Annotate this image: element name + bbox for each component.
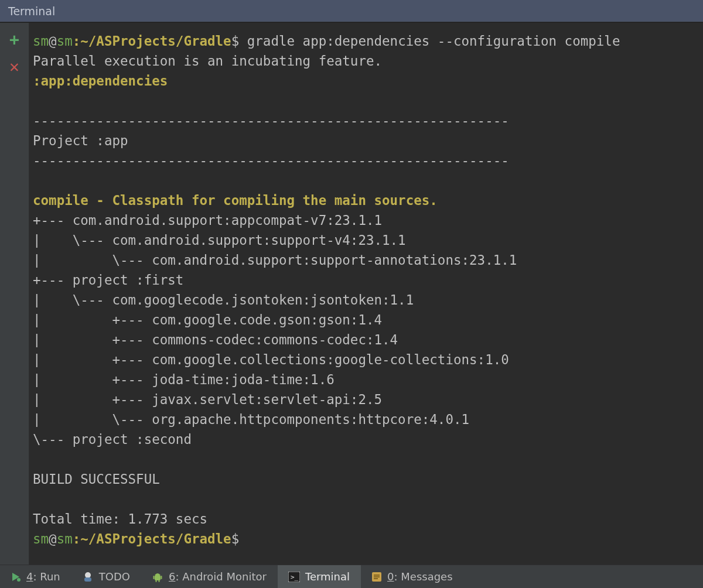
terminal-gutter: + ✕ xyxy=(0,23,29,565)
dep-line: +--- com.android.support:appcompat-v7:23… xyxy=(33,213,382,228)
tab-run-label: : Run xyxy=(33,570,60,583)
prompt-at: @ xyxy=(49,33,57,49)
svg-point-0 xyxy=(17,578,21,582)
tab-monitor-label: : Android Monitor xyxy=(175,570,267,583)
prompt-host2: sm xyxy=(57,531,73,546)
svg-rect-5 xyxy=(161,576,162,579)
terminal-panel: Terminal + ✕ sm@sm:~/ASProjects/Gradle$ … xyxy=(0,0,703,588)
command-text: gradle app:dependencies --configuration … xyxy=(239,33,620,49)
svg-text:>_: >_ xyxy=(291,573,299,581)
dep-line: | \--- org.apache.httpcomponents:httpcor… xyxy=(33,412,469,427)
prompt-user2: sm xyxy=(33,531,49,546)
bottom-tool-bar: 4: Run TODO 6: Android Monitor xyxy=(0,565,703,588)
prompt-colon: : xyxy=(73,33,81,49)
tab-run-key: 4 xyxy=(26,570,33,583)
svg-rect-7 xyxy=(158,580,159,582)
dep-line: | +--- commons-codec:commons-codec:1.4 xyxy=(33,332,398,347)
dep-line: +--- project :first xyxy=(33,272,183,288)
prompt-at2: @ xyxy=(49,531,57,546)
tab-terminal[interactable]: >_ Terminal xyxy=(278,565,361,588)
prompt-user: sm xyxy=(33,33,49,49)
prompt-host: sm xyxy=(57,33,73,49)
tab-monitor-key: 6 xyxy=(169,570,175,583)
run-icon xyxy=(11,572,21,582)
tab-messages-label: : Messages xyxy=(394,570,452,583)
output-rule: ----------------------------------------… xyxy=(33,113,509,128)
terminal-icon: >_ xyxy=(288,572,300,582)
dep-line: \--- project :second xyxy=(33,432,192,447)
tab-messages[interactable]: 0: Messages xyxy=(361,565,464,588)
new-session-button[interactable]: + xyxy=(6,31,23,49)
android-icon xyxy=(152,571,163,583)
tab-todo[interactable]: TODO xyxy=(71,565,141,588)
close-session-button[interactable]: ✕ xyxy=(6,58,23,76)
dep-line: | +--- com.google.code.gson:gson:1.4 xyxy=(33,312,382,327)
svg-rect-3 xyxy=(155,575,161,580)
prompt-path: ~/ASProjects/Gradle xyxy=(80,33,231,49)
prompt-path2: ~/ASProjects/Gradle xyxy=(80,531,231,546)
svg-point-1 xyxy=(85,572,91,578)
terminal-title: Terminal xyxy=(8,5,55,18)
output-task: :app:dependencies xyxy=(33,73,168,88)
dep-line: | +--- joda-time:joda-time:1.6 xyxy=(33,372,335,387)
tab-run[interactable]: 4: Run xyxy=(0,565,71,588)
dep-line: | \--- com.android.support:support-v4:23… xyxy=(33,233,406,248)
prompt-colon2: : xyxy=(73,531,81,546)
tab-todo-label: TODO xyxy=(99,570,130,583)
dep-line: | \--- com.googlecode.jsontoken:jsontoke… xyxy=(33,292,414,307)
output-line: Parallel execution is an incubating feat… xyxy=(33,53,382,69)
build-success: BUILD SUCCESSFUL xyxy=(33,471,160,487)
plus-icon: + xyxy=(9,32,19,48)
output-rule2: ----------------------------------------… xyxy=(33,153,509,168)
svg-rect-6 xyxy=(155,580,156,582)
prompt-dollar: $ xyxy=(231,33,240,49)
tab-messages-key: 0 xyxy=(387,570,394,583)
tab-android-monitor[interactable]: 6: Android Monitor xyxy=(141,565,278,588)
build-time: Total time: 1.773 secs xyxy=(33,511,207,527)
terminal-body: + ✕ sm@sm:~/ASProjects/Gradle$ gradle ap… xyxy=(0,22,703,565)
output-compile: compile - Classpath for compiling the ma… xyxy=(33,193,438,208)
close-icon: ✕ xyxy=(9,59,19,75)
dep-line: | \--- com.android.support:support-annot… xyxy=(33,252,517,268)
svg-rect-2 xyxy=(84,577,91,582)
todo-icon xyxy=(82,571,94,583)
tab-terminal-label: Terminal xyxy=(305,570,350,583)
terminal-title-bar: Terminal xyxy=(0,0,703,22)
dep-line: | +--- com.google.collections:google-col… xyxy=(33,352,509,367)
terminal-output[interactable]: sm@sm:~/ASProjects/Gradle$ gradle app:de… xyxy=(29,23,703,565)
prompt-dollar2: $ xyxy=(231,531,240,546)
messages-icon xyxy=(371,572,382,582)
output-project: Project :app xyxy=(33,133,128,148)
svg-rect-4 xyxy=(153,576,154,579)
dep-line: | +--- javax.servlet:servlet-api:2.5 xyxy=(33,392,382,407)
